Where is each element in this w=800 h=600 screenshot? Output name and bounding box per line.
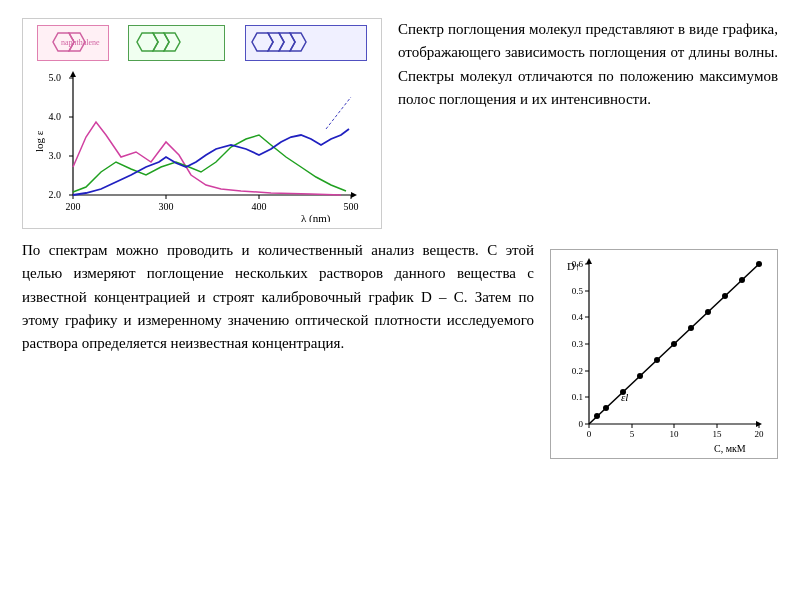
svg-point-71 [705, 309, 711, 315]
left-panel: naphthalene [22, 18, 382, 229]
svg-marker-4 [153, 33, 169, 51]
svg-point-72 [722, 293, 728, 299]
molecule-3 [245, 25, 367, 61]
svg-text:C, мкМ: C, мкМ [714, 443, 746, 454]
svg-text:4.0: 4.0 [49, 111, 62, 122]
svg-marker-35 [586, 258, 592, 264]
svg-text:0: 0 [587, 429, 592, 439]
svg-point-69 [671, 341, 677, 347]
svg-point-73 [739, 277, 745, 283]
svg-text:300: 300 [159, 201, 174, 212]
svg-text:20: 20 [755, 429, 765, 439]
svg-text:2.0: 2.0 [49, 189, 62, 200]
svg-text:400: 400 [252, 201, 267, 212]
svg-point-74 [756, 261, 762, 267]
svg-text:0.5: 0.5 [572, 286, 584, 296]
svg-text:15: 15 [713, 429, 723, 439]
molecule-1: naphthalene [37, 25, 109, 61]
svg-text:10: 10 [670, 429, 680, 439]
svg-marker-13 [70, 71, 76, 77]
svg-text:0.4: 0.4 [572, 312, 584, 322]
right-text: Спектр поглощения молекул представляют в… [398, 18, 778, 229]
svg-marker-7 [268, 33, 284, 51]
svg-text:0.6: 0.6 [572, 259, 584, 269]
svg-text:0.3: 0.3 [572, 339, 584, 349]
svg-marker-8 [279, 33, 295, 51]
svg-text:0: 0 [579, 419, 584, 429]
svg-point-68 [654, 357, 660, 363]
top-section: naphthalene [22, 18, 778, 229]
svg-marker-12 [351, 192, 357, 198]
svg-text:5: 5 [630, 429, 635, 439]
calibration-graph: D↑ 0 0.1 0.2 0.3 0.4 0.5 0.6 0 5 10 [550, 249, 778, 459]
molecule-2 [128, 25, 225, 61]
svg-text:3.0: 3.0 [49, 150, 62, 161]
molecule-row: naphthalene [31, 25, 373, 61]
svg-marker-9 [290, 33, 306, 51]
svg-text:500: 500 [344, 201, 359, 212]
svg-text:εl: εl [621, 391, 628, 403]
bottom-paragraph: По спектрам можно проводить и количестве… [22, 242, 534, 351]
svg-text:λ (nm): λ (nm) [301, 212, 331, 222]
svg-point-70 [688, 325, 694, 331]
top-right-paragraph: Спектр поглощения молекул представляют в… [398, 21, 778, 107]
svg-text:5.0: 5.0 [49, 72, 62, 83]
svg-text:naphthalene: naphthalene [61, 38, 100, 47]
absorption-graph: log ε 2.0 3.0 4.0 5.0 200 300 [31, 67, 373, 222]
bottom-section: По спектрам можно проводить и количестве… [22, 239, 778, 459]
svg-text:log ε: log ε [33, 130, 45, 152]
bottom-text: По спектрам можно проводить и количестве… [22, 239, 534, 355]
svg-point-67 [637, 373, 643, 379]
svg-point-65 [603, 405, 609, 411]
svg-marker-5 [164, 33, 180, 51]
svg-text:200: 200 [66, 201, 81, 212]
svg-text:0.1: 0.1 [572, 392, 583, 402]
svg-line-32 [326, 97, 351, 129]
svg-point-64 [594, 413, 600, 419]
svg-text:0.2: 0.2 [572, 366, 583, 376]
